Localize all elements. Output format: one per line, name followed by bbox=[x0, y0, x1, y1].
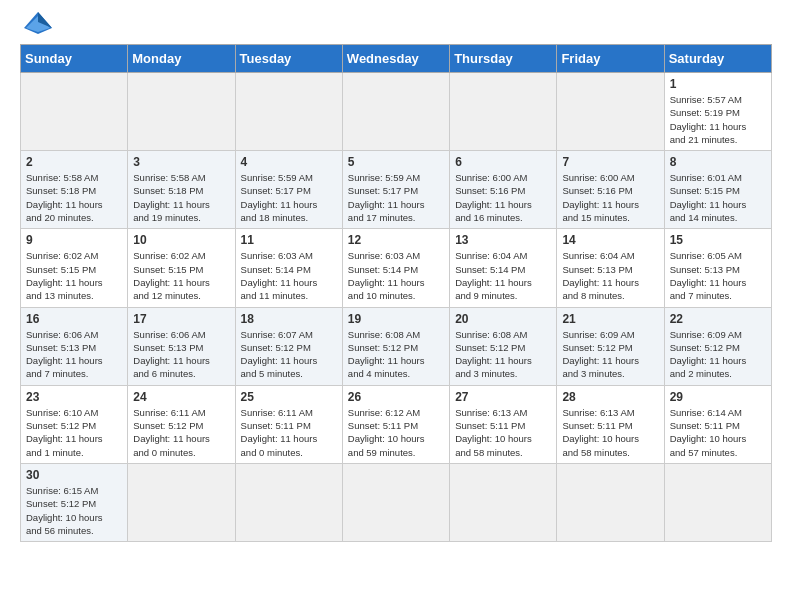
day-info: Sunrise: 5:59 AM Sunset: 5:17 PM Dayligh… bbox=[241, 171, 337, 224]
calendar-cell: 17Sunrise: 6:06 AM Sunset: 5:13 PM Dayli… bbox=[128, 307, 235, 385]
page-header bbox=[20, 16, 772, 34]
day-info: Sunrise: 6:06 AM Sunset: 5:13 PM Dayligh… bbox=[133, 328, 229, 381]
day-info: Sunrise: 6:09 AM Sunset: 5:12 PM Dayligh… bbox=[562, 328, 658, 381]
weekday-header-row: SundayMondayTuesdayWednesdayThursdayFrid… bbox=[21, 45, 772, 73]
day-info: Sunrise: 6:13 AM Sunset: 5:11 PM Dayligh… bbox=[562, 406, 658, 459]
day-info: Sunrise: 6:08 AM Sunset: 5:12 PM Dayligh… bbox=[455, 328, 551, 381]
calendar-cell: 30Sunrise: 6:15 AM Sunset: 5:12 PM Dayli… bbox=[21, 463, 128, 541]
day-info: Sunrise: 6:03 AM Sunset: 5:14 PM Dayligh… bbox=[241, 249, 337, 302]
calendar-cell: 15Sunrise: 6:05 AM Sunset: 5:13 PM Dayli… bbox=[664, 229, 771, 307]
calendar-week-3: 9Sunrise: 6:02 AM Sunset: 5:15 PM Daylig… bbox=[21, 229, 772, 307]
day-info: Sunrise: 6:05 AM Sunset: 5:13 PM Dayligh… bbox=[670, 249, 766, 302]
calendar-cell: 26Sunrise: 6:12 AM Sunset: 5:11 PM Dayli… bbox=[342, 385, 449, 463]
calendar-cell: 7Sunrise: 6:00 AM Sunset: 5:16 PM Daylig… bbox=[557, 151, 664, 229]
day-number: 12 bbox=[348, 233, 444, 247]
day-number: 29 bbox=[670, 390, 766, 404]
calendar-cell: 9Sunrise: 6:02 AM Sunset: 5:15 PM Daylig… bbox=[21, 229, 128, 307]
weekday-header-saturday: Saturday bbox=[664, 45, 771, 73]
calendar-cell: 2Sunrise: 5:58 AM Sunset: 5:18 PM Daylig… bbox=[21, 151, 128, 229]
logo bbox=[20, 16, 52, 34]
day-number: 10 bbox=[133, 233, 229, 247]
day-info: Sunrise: 6:12 AM Sunset: 5:11 PM Dayligh… bbox=[348, 406, 444, 459]
day-number: 1 bbox=[670, 77, 766, 91]
calendar-cell: 14Sunrise: 6:04 AM Sunset: 5:13 PM Dayli… bbox=[557, 229, 664, 307]
calendar-cell: 10Sunrise: 6:02 AM Sunset: 5:15 PM Dayli… bbox=[128, 229, 235, 307]
calendar-cell: 23Sunrise: 6:10 AM Sunset: 5:12 PM Dayli… bbox=[21, 385, 128, 463]
calendar-cell: 21Sunrise: 6:09 AM Sunset: 5:12 PM Dayli… bbox=[557, 307, 664, 385]
calendar-cell bbox=[128, 463, 235, 541]
day-info: Sunrise: 6:08 AM Sunset: 5:12 PM Dayligh… bbox=[348, 328, 444, 381]
calendar-week-6: 30Sunrise: 6:15 AM Sunset: 5:12 PM Dayli… bbox=[21, 463, 772, 541]
day-number: 9 bbox=[26, 233, 122, 247]
day-number: 6 bbox=[455, 155, 551, 169]
calendar-cell: 13Sunrise: 6:04 AM Sunset: 5:14 PM Dayli… bbox=[450, 229, 557, 307]
weekday-header-tuesday: Tuesday bbox=[235, 45, 342, 73]
calendar-cell bbox=[128, 73, 235, 151]
day-number: 16 bbox=[26, 312, 122, 326]
logo-icon bbox=[24, 12, 52, 34]
calendar-cell: 16Sunrise: 6:06 AM Sunset: 5:13 PM Dayli… bbox=[21, 307, 128, 385]
weekday-header-wednesday: Wednesday bbox=[342, 45, 449, 73]
calendar-cell bbox=[664, 463, 771, 541]
day-number: 24 bbox=[133, 390, 229, 404]
day-info: Sunrise: 6:04 AM Sunset: 5:13 PM Dayligh… bbox=[562, 249, 658, 302]
day-info: Sunrise: 6:00 AM Sunset: 5:16 PM Dayligh… bbox=[562, 171, 658, 224]
day-info: Sunrise: 6:13 AM Sunset: 5:11 PM Dayligh… bbox=[455, 406, 551, 459]
calendar-cell: 12Sunrise: 6:03 AM Sunset: 5:14 PM Dayli… bbox=[342, 229, 449, 307]
calendar-cell: 28Sunrise: 6:13 AM Sunset: 5:11 PM Dayli… bbox=[557, 385, 664, 463]
calendar-cell bbox=[342, 73, 449, 151]
day-info: Sunrise: 6:04 AM Sunset: 5:14 PM Dayligh… bbox=[455, 249, 551, 302]
day-info: Sunrise: 5:58 AM Sunset: 5:18 PM Dayligh… bbox=[133, 171, 229, 224]
calendar-cell bbox=[342, 463, 449, 541]
day-info: Sunrise: 6:02 AM Sunset: 5:15 PM Dayligh… bbox=[26, 249, 122, 302]
day-info: Sunrise: 6:02 AM Sunset: 5:15 PM Dayligh… bbox=[133, 249, 229, 302]
day-info: Sunrise: 6:15 AM Sunset: 5:12 PM Dayligh… bbox=[26, 484, 122, 537]
day-number: 25 bbox=[241, 390, 337, 404]
weekday-header-thursday: Thursday bbox=[450, 45, 557, 73]
calendar-cell bbox=[450, 73, 557, 151]
day-number: 8 bbox=[670, 155, 766, 169]
day-number: 19 bbox=[348, 312, 444, 326]
calendar-cell: 19Sunrise: 6:08 AM Sunset: 5:12 PM Dayli… bbox=[342, 307, 449, 385]
calendar-cell: 27Sunrise: 6:13 AM Sunset: 5:11 PM Dayli… bbox=[450, 385, 557, 463]
day-info: Sunrise: 6:01 AM Sunset: 5:15 PM Dayligh… bbox=[670, 171, 766, 224]
calendar-cell: 4Sunrise: 5:59 AM Sunset: 5:17 PM Daylig… bbox=[235, 151, 342, 229]
day-number: 14 bbox=[562, 233, 658, 247]
calendar-cell bbox=[450, 463, 557, 541]
calendar-cell: 11Sunrise: 6:03 AM Sunset: 5:14 PM Dayli… bbox=[235, 229, 342, 307]
day-info: Sunrise: 6:14 AM Sunset: 5:11 PM Dayligh… bbox=[670, 406, 766, 459]
calendar-cell bbox=[235, 73, 342, 151]
calendar-week-5: 23Sunrise: 6:10 AM Sunset: 5:12 PM Dayli… bbox=[21, 385, 772, 463]
day-number: 22 bbox=[670, 312, 766, 326]
day-number: 20 bbox=[455, 312, 551, 326]
weekday-header-friday: Friday bbox=[557, 45, 664, 73]
day-info: Sunrise: 5:57 AM Sunset: 5:19 PM Dayligh… bbox=[670, 93, 766, 146]
day-number: 5 bbox=[348, 155, 444, 169]
day-number: 7 bbox=[562, 155, 658, 169]
calendar-cell bbox=[21, 73, 128, 151]
calendar-cell bbox=[557, 73, 664, 151]
day-number: 21 bbox=[562, 312, 658, 326]
calendar-cell: 6Sunrise: 6:00 AM Sunset: 5:16 PM Daylig… bbox=[450, 151, 557, 229]
day-number: 2 bbox=[26, 155, 122, 169]
calendar-cell: 20Sunrise: 6:08 AM Sunset: 5:12 PM Dayli… bbox=[450, 307, 557, 385]
day-info: Sunrise: 5:59 AM Sunset: 5:17 PM Dayligh… bbox=[348, 171, 444, 224]
day-info: Sunrise: 6:07 AM Sunset: 5:12 PM Dayligh… bbox=[241, 328, 337, 381]
calendar-cell: 1Sunrise: 5:57 AM Sunset: 5:19 PM Daylig… bbox=[664, 73, 771, 151]
calendar-week-2: 2Sunrise: 5:58 AM Sunset: 5:18 PM Daylig… bbox=[21, 151, 772, 229]
day-number: 26 bbox=[348, 390, 444, 404]
day-info: Sunrise: 6:03 AM Sunset: 5:14 PM Dayligh… bbox=[348, 249, 444, 302]
calendar-cell bbox=[557, 463, 664, 541]
day-number: 17 bbox=[133, 312, 229, 326]
calendar-cell: 29Sunrise: 6:14 AM Sunset: 5:11 PM Dayli… bbox=[664, 385, 771, 463]
day-number: 3 bbox=[133, 155, 229, 169]
day-info: Sunrise: 6:11 AM Sunset: 5:11 PM Dayligh… bbox=[241, 406, 337, 459]
calendar-cell bbox=[235, 463, 342, 541]
day-number: 15 bbox=[670, 233, 766, 247]
calendar-week-1: 1Sunrise: 5:57 AM Sunset: 5:19 PM Daylig… bbox=[21, 73, 772, 151]
calendar-cell: 24Sunrise: 6:11 AM Sunset: 5:12 PM Dayli… bbox=[128, 385, 235, 463]
calendar-cell: 5Sunrise: 5:59 AM Sunset: 5:17 PM Daylig… bbox=[342, 151, 449, 229]
day-number: 13 bbox=[455, 233, 551, 247]
day-info: Sunrise: 5:58 AM Sunset: 5:18 PM Dayligh… bbox=[26, 171, 122, 224]
calendar-week-4: 16Sunrise: 6:06 AM Sunset: 5:13 PM Dayli… bbox=[21, 307, 772, 385]
